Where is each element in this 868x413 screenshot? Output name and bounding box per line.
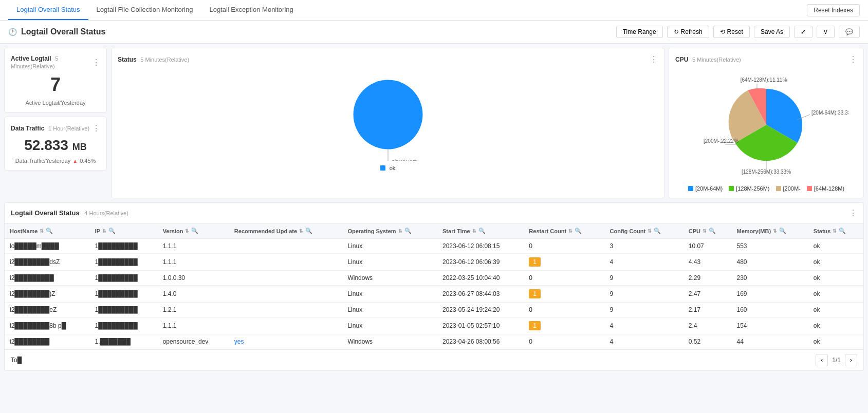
config-sort-icon[interactable]: ⇅: [648, 229, 652, 234]
cell-hostname: i2████████8b p█: [5, 317, 89, 334]
hostname-search-icon[interactable]: 🔍: [46, 228, 53, 234]
prev-page-button[interactable]: ‹: [816, 354, 828, 366]
cell-version: 1.4.0: [158, 286, 229, 303]
expand-button[interactable]: ⤢: [794, 26, 812, 38]
cpu-legend-label-4: [64M-128M): [814, 185, 844, 192]
cpu-legend-dot-3: [776, 186, 781, 191]
cell-recommended: yes: [229, 334, 343, 349]
cell-os: Linux: [342, 239, 437, 254]
restart-search-icon[interactable]: 🔍: [575, 228, 582, 234]
config-search-icon[interactable]: 🔍: [654, 228, 661, 234]
active-logtail-menu-icon[interactable]: ⋮: [92, 58, 100, 67]
cell-status: ok: [808, 254, 863, 271]
tab-exception-monitoring[interactable]: Logtail Exception Monitoring: [201, 0, 301, 20]
cell-memory: 44: [732, 334, 808, 349]
hostname-sort-icon[interactable]: ⇅: [40, 229, 44, 234]
memory-sort-icon[interactable]: ⇅: [773, 229, 777, 234]
logtail-table: HostName ⇅ 🔍 IP ⇅ 🔍 Version ⇅: [5, 223, 863, 349]
time-range-button[interactable]: Time Range: [616, 26, 663, 38]
cell-restart-count: 1: [524, 286, 604, 303]
more-button[interactable]: ∨: [817, 26, 835, 38]
save-as-button[interactable]: Save As: [754, 26, 790, 38]
cell-ip: 1.███████: [89, 334, 157, 349]
cell-status: ok: [808, 334, 863, 349]
col-start-time: Start Time ⇅ 🔍: [437, 223, 524, 239]
next-page-button[interactable]: ›: [845, 354, 857, 366]
cell-hostname: i2████████)Z: [5, 286, 89, 303]
cell-cpu: 2.29: [684, 271, 732, 286]
cell-status: ok: [808, 239, 863, 254]
cell-start-time: 2023-04-26 08:00:56: [437, 334, 524, 349]
col-os: Operating System ⇅ 🔍: [342, 223, 437, 239]
cell-recommended: [229, 303, 343, 317]
table-menu-icon[interactable]: ⋮: [849, 208, 857, 218]
svg-text:ok:100.00%: ok:100.00%: [392, 158, 418, 161]
cpu-sort-icon[interactable]: ⇅: [703, 229, 707, 234]
version-sort-icon[interactable]: ⇅: [185, 229, 189, 234]
recommended-search-icon[interactable]: 🔍: [305, 228, 312, 234]
cell-recommended: [229, 317, 343, 334]
cell-cpu: 0.52: [684, 334, 732, 349]
status-card-menu-icon[interactable]: ⋮: [650, 54, 658, 64]
col-cpu: CPU ⇅ 🔍: [684, 223, 732, 239]
cpu-search-icon[interactable]: 🔍: [709, 228, 716, 234]
cpu-card-menu-icon[interactable]: ⋮: [849, 54, 857, 64]
data-traffic-change: Data Traffic/Yesterday ▲ 0.45%: [11, 158, 100, 164]
tab-overall-status[interactable]: Logtail Overall Status: [8, 0, 88, 20]
cell-os: Windows: [342, 334, 437, 349]
memory-search-icon[interactable]: 🔍: [779, 228, 786, 234]
reset-button[interactable]: ⟲ Reset: [713, 26, 750, 38]
cell-memory: 160: [732, 303, 808, 317]
os-sort-icon[interactable]: ⇅: [398, 229, 402, 234]
header-actions: Time Range ↻ Refresh ⟲ Reset Save As ⤢ ∨…: [616, 26, 860, 38]
comment-button[interactable]: 💬: [839, 26, 860, 38]
left-cards: Active Logtail 5 Minutes(Relative) ⋮ 7 A…: [4, 48, 107, 198]
refresh-button[interactable]: ↻ Refresh: [667, 26, 709, 38]
cell-hostname: lo█████m████: [5, 239, 89, 254]
data-traffic-card-header: Data Traffic 1 Hour(Relative) ⋮: [11, 123, 100, 133]
cpu-card-time-range: 5 Minutes(Relative): [692, 57, 741, 63]
col-restart-count: Restart Count ⇅ 🔍: [524, 223, 604, 239]
table-section: Logtail Overall Status 4 Hours(Relative)…: [4, 202, 864, 371]
pagination: ‹ 1/1 ›: [816, 354, 857, 366]
active-logtail-card: Active Logtail 5 Minutes(Relative) ⋮ 7 A…: [4, 48, 107, 112]
cell-start-time: 2022-03-25 10:04:40: [437, 271, 524, 286]
cell-recommended: [229, 254, 343, 271]
cell-config-count: 4: [605, 254, 684, 271]
cell-restart-count: 1: [524, 317, 604, 334]
status-legend-dot: [380, 165, 385, 171]
start-time-sort-icon[interactable]: ⇅: [472, 229, 476, 234]
reset-indexes-button[interactable]: Reset Indexes: [807, 4, 860, 16]
tab-file-collection[interactable]: Logtail File Collection Monitoring: [88, 0, 201, 20]
data-traffic-menu-icon[interactable]: ⋮: [92, 123, 100, 133]
cell-memory: 230: [732, 271, 808, 286]
cell-version: 1.1.1: [158, 317, 229, 334]
cell-restart-count: 0: [524, 334, 604, 349]
os-search-icon[interactable]: 🔍: [404, 228, 412, 234]
status-search-icon[interactable]: 🔍: [839, 228, 846, 234]
cpu-legend-dot-2: [729, 186, 734, 191]
active-logtail-value: 7: [11, 74, 100, 96]
start-time-search-icon[interactable]: 🔍: [478, 228, 486, 234]
ip-sort-icon[interactable]: ⇅: [102, 229, 106, 234]
restart-sort-icon[interactable]: ⇅: [568, 229, 572, 234]
cell-version: 1.2.1: [158, 303, 229, 317]
cell-cpu: 2.4: [684, 317, 732, 334]
table-row: lo█████m████1█████████1.1.1Linux2023-06-…: [5, 239, 863, 254]
status-card-title: Status: [118, 56, 137, 63]
page-header: 🕐 Logtail Overall Status Time Range ↻ Re…: [0, 21, 868, 44]
version-search-icon[interactable]: 🔍: [191, 228, 198, 234]
table-time-range: 4 Hours(Relative): [84, 210, 128, 216]
cell-os: Linux: [342, 254, 437, 271]
status-sort-icon[interactable]: ⇅: [833, 229, 837, 234]
cell-restart-count: 0: [524, 303, 604, 317]
table-title: Logtail Overall Status: [11, 209, 80, 217]
cell-start-time: 2023-06-27 08:44:03: [437, 286, 524, 303]
cell-cpu: 10.07: [684, 239, 732, 254]
table-row: i2████████8b p█1█████████1.1.1Linux2023-…: [5, 317, 863, 334]
cell-ip: 1█████████: [89, 271, 157, 286]
recommended-sort-icon[interactable]: ⇅: [299, 229, 303, 234]
ip-search-icon[interactable]: 🔍: [108, 228, 116, 234]
cpu-pie-legend: [20M-64M) [128M-256M) [200M- [64M-128M): [688, 185, 844, 192]
col-memory: Memory(MB) ⇅ 🔍: [732, 223, 808, 239]
